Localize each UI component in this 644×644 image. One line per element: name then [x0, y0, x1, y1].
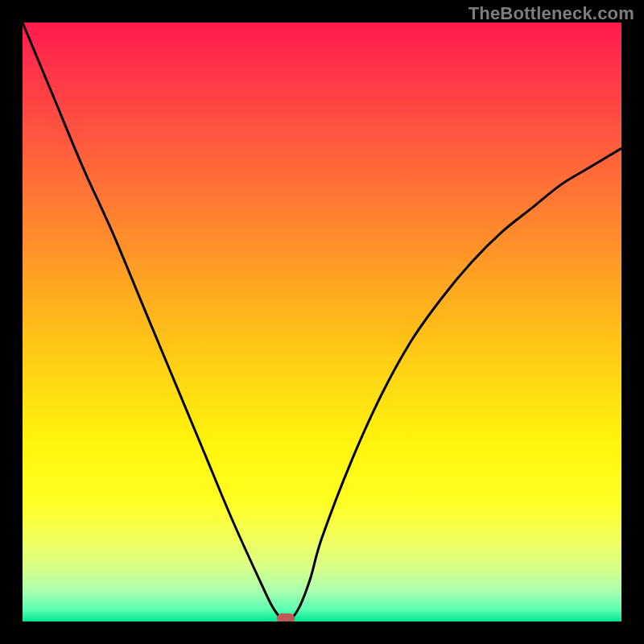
chart-frame: TheBottleneck.com [0, 0, 644, 644]
curve-path [23, 23, 621, 621]
plot-area [23, 23, 621, 621]
bottleneck-curve [23, 23, 621, 621]
watermark-text: TheBottleneck.com [469, 3, 634, 24]
min-marker [277, 613, 295, 621]
